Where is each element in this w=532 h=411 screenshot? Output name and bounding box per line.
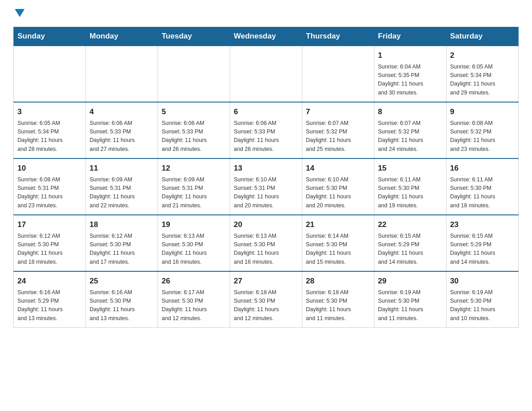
day-number: 2 [450, 50, 515, 61]
day-number: 9 [450, 106, 515, 118]
table-row: 22Sunrise: 6:15 AM Sunset: 5:29 PM Dayli… [374, 215, 446, 271]
day-info: Sunrise: 6:11 AM Sunset: 5:30 PM Dayligh… [450, 176, 515, 210]
calendar-table: Sunday Monday Tuesday Wednesday Thursday… [13, 27, 519, 328]
day-info: Sunrise: 6:04 AM Sunset: 5:35 PM Dayligh… [378, 63, 442, 98]
calendar-week-row: 17Sunrise: 6:12 AM Sunset: 5:30 PM Dayli… [14, 215, 519, 271]
table-row [158, 46, 230, 102]
svg-marker-0 [15, 9, 25, 17]
day-number: 8 [378, 106, 442, 118]
weekday-tuesday: Tuesday [158, 27, 230, 46]
logo-triangle-icon [15, 9, 25, 17]
day-info: Sunrise: 6:05 AM Sunset: 5:34 PM Dayligh… [450, 63, 515, 98]
weekday-friday: Friday [374, 27, 446, 46]
day-info: Sunrise: 6:06 AM Sunset: 5:33 PM Dayligh… [234, 119, 298, 154]
table-row: 15Sunrise: 6:11 AM Sunset: 5:30 PM Dayli… [374, 158, 446, 215]
table-row: 14Sunrise: 6:10 AM Sunset: 5:30 PM Dayli… [302, 158, 374, 215]
table-row: 12Sunrise: 6:09 AM Sunset: 5:31 PM Dayli… [158, 158, 230, 215]
day-number: 29 [378, 275, 442, 287]
table-row: 24Sunrise: 6:16 AM Sunset: 5:29 PM Dayli… [14, 271, 86, 328]
day-number: 22 [378, 219, 442, 231]
day-info: Sunrise: 6:09 AM Sunset: 5:31 PM Dayligh… [162, 176, 226, 210]
table-row: 17Sunrise: 6:12 AM Sunset: 5:30 PM Dayli… [14, 215, 86, 271]
day-number: 27 [234, 275, 298, 287]
weekday-sunday: Sunday [14, 27, 86, 46]
day-number: 12 [162, 163, 226, 174]
day-info: Sunrise: 6:10 AM Sunset: 5:30 PM Dayligh… [306, 176, 370, 210]
table-row: 3Sunrise: 6:05 AM Sunset: 5:34 PM Daylig… [14, 102, 86, 158]
day-info: Sunrise: 6:07 AM Sunset: 5:32 PM Dayligh… [378, 119, 442, 154]
table-row: 16Sunrise: 6:11 AM Sunset: 5:30 PM Dayli… [446, 158, 519, 215]
calendar-week-row: 10Sunrise: 6:08 AM Sunset: 5:31 PM Dayli… [14, 158, 519, 215]
table-row: 28Sunrise: 6:18 AM Sunset: 5:30 PM Dayli… [302, 271, 374, 328]
day-info: Sunrise: 6:08 AM Sunset: 5:32 PM Dayligh… [450, 119, 515, 154]
table-row: 18Sunrise: 6:12 AM Sunset: 5:30 PM Dayli… [86, 215, 158, 271]
day-number: 5 [162, 106, 226, 118]
table-row: 7Sunrise: 6:07 AM Sunset: 5:32 PM Daylig… [302, 102, 374, 158]
day-info: Sunrise: 6:07 AM Sunset: 5:32 PM Dayligh… [306, 119, 370, 154]
table-row [230, 46, 302, 102]
day-info: Sunrise: 6:15 AM Sunset: 5:29 PM Dayligh… [378, 232, 442, 267]
table-row: 1Sunrise: 6:04 AM Sunset: 5:35 PM Daylig… [374, 46, 446, 102]
day-number: 30 [450, 275, 515, 287]
day-info: Sunrise: 6:19 AM Sunset: 5:30 PM Dayligh… [378, 288, 442, 323]
calendar-header-row: Sunday Monday Tuesday Wednesday Thursday… [14, 27, 519, 46]
day-number: 19 [162, 219, 226, 231]
table-row: 29Sunrise: 6:19 AM Sunset: 5:30 PM Dayli… [374, 271, 446, 328]
day-info: Sunrise: 6:11 AM Sunset: 5:30 PM Dayligh… [378, 176, 442, 210]
day-number: 4 [90, 106, 154, 118]
day-info: Sunrise: 6:17 AM Sunset: 5:30 PM Dayligh… [162, 288, 226, 323]
day-info: Sunrise: 6:10 AM Sunset: 5:31 PM Dayligh… [234, 176, 298, 210]
table-row: 5Sunrise: 6:06 AM Sunset: 5:33 PM Daylig… [158, 102, 230, 158]
table-row: 6Sunrise: 6:06 AM Sunset: 5:33 PM Daylig… [230, 102, 302, 158]
day-info: Sunrise: 6:09 AM Sunset: 5:31 PM Dayligh… [90, 176, 154, 210]
day-number: 11 [90, 163, 154, 174]
table-row [302, 46, 374, 102]
day-number: 26 [162, 275, 226, 287]
logo [13, 9, 28, 18]
day-number: 18 [90, 219, 154, 231]
page-header [13, 9, 519, 18]
day-number: 7 [306, 106, 370, 118]
weekday-thursday: Thursday [302, 27, 374, 46]
day-info: Sunrise: 6:18 AM Sunset: 5:30 PM Dayligh… [306, 288, 370, 323]
day-number: 13 [234, 163, 298, 174]
day-info: Sunrise: 6:18 AM Sunset: 5:30 PM Dayligh… [234, 288, 298, 323]
table-row: 10Sunrise: 6:08 AM Sunset: 5:31 PM Dayli… [14, 158, 86, 215]
table-row [14, 46, 86, 102]
table-row: 11Sunrise: 6:09 AM Sunset: 5:31 PM Dayli… [86, 158, 158, 215]
table-row: 4Sunrise: 6:06 AM Sunset: 5:33 PM Daylig… [86, 102, 158, 158]
day-info: Sunrise: 6:05 AM Sunset: 5:34 PM Dayligh… [17, 119, 82, 154]
day-info: Sunrise: 6:13 AM Sunset: 5:30 PM Dayligh… [234, 232, 298, 267]
table-row: 9Sunrise: 6:08 AM Sunset: 5:32 PM Daylig… [446, 102, 519, 158]
table-row: 13Sunrise: 6:10 AM Sunset: 5:31 PM Dayli… [230, 158, 302, 215]
day-info: Sunrise: 6:16 AM Sunset: 5:29 PM Dayligh… [17, 288, 82, 323]
weekday-wednesday: Wednesday [230, 27, 302, 46]
day-number: 14 [306, 163, 370, 174]
day-info: Sunrise: 6:16 AM Sunset: 5:30 PM Dayligh… [90, 288, 154, 323]
table-row: 20Sunrise: 6:13 AM Sunset: 5:30 PM Dayli… [230, 215, 302, 271]
table-row: 2Sunrise: 6:05 AM Sunset: 5:34 PM Daylig… [446, 46, 519, 102]
day-info: Sunrise: 6:06 AM Sunset: 5:33 PM Dayligh… [90, 119, 154, 154]
calendar-week-row: 1Sunrise: 6:04 AM Sunset: 5:35 PM Daylig… [14, 46, 519, 102]
day-number: 21 [306, 219, 370, 231]
table-row: 25Sunrise: 6:16 AM Sunset: 5:30 PM Dayli… [86, 271, 158, 328]
day-number: 20 [234, 219, 298, 231]
table-row: 27Sunrise: 6:18 AM Sunset: 5:30 PM Dayli… [230, 271, 302, 328]
table-row: 23Sunrise: 6:15 AM Sunset: 5:29 PM Dayli… [446, 215, 519, 271]
day-number: 16 [450, 163, 515, 174]
weekday-monday: Monday [86, 27, 158, 46]
day-info: Sunrise: 6:12 AM Sunset: 5:30 PM Dayligh… [90, 232, 154, 267]
calendar-week-row: 3Sunrise: 6:05 AM Sunset: 5:34 PM Daylig… [14, 102, 519, 158]
table-row: 26Sunrise: 6:17 AM Sunset: 5:30 PM Dayli… [158, 271, 230, 328]
table-row: 8Sunrise: 6:07 AM Sunset: 5:32 PM Daylig… [374, 102, 446, 158]
table-row: 19Sunrise: 6:13 AM Sunset: 5:30 PM Dayli… [158, 215, 230, 271]
day-number: 17 [17, 219, 82, 231]
day-info: Sunrise: 6:08 AM Sunset: 5:31 PM Dayligh… [17, 176, 82, 210]
day-number: 1 [378, 50, 442, 61]
day-number: 28 [306, 275, 370, 287]
day-number: 23 [450, 219, 515, 231]
day-info: Sunrise: 6:19 AM Sunset: 5:30 PM Dayligh… [450, 288, 515, 323]
day-number: 15 [378, 163, 442, 174]
table-row [86, 46, 158, 102]
day-info: Sunrise: 6:13 AM Sunset: 5:30 PM Dayligh… [162, 232, 226, 267]
